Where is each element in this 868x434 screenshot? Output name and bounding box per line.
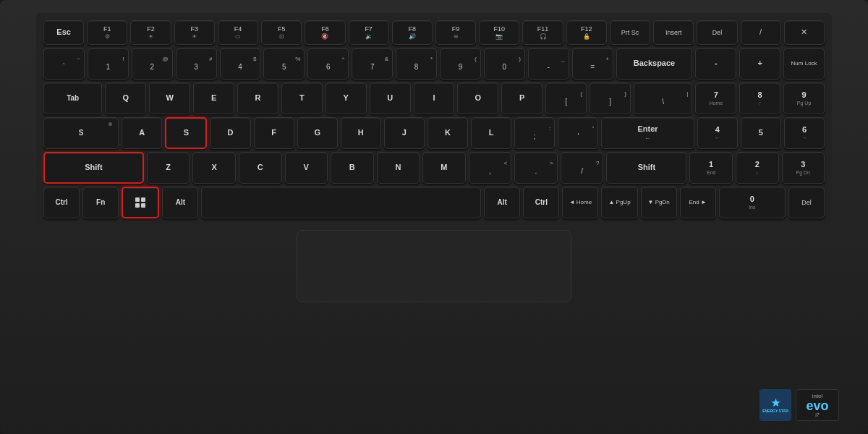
key-u[interactable]: U	[370, 82, 411, 114]
key-home[interactable]: ◄ Home	[562, 187, 598, 218]
key-quote[interactable]: "'	[558, 117, 598, 149]
caps-lock-indicator	[109, 122, 112, 126]
key-ctrl-left[interactable]: Ctrl	[43, 187, 80, 218]
key-numpad-8[interactable]: 8↑	[739, 82, 780, 114]
key-f8[interactable]: F8🔊	[392, 20, 433, 45]
key-ctrl-right[interactable]: Ctrl	[523, 187, 559, 218]
key-z[interactable]: Z	[147, 152, 190, 184]
key-f2[interactable]: F2☀	[130, 20, 171, 45]
key-equals[interactable]: +=	[572, 48, 613, 80]
key-v[interactable]: V	[285, 152, 328, 184]
key-1[interactable]: !1	[88, 48, 129, 80]
key-numpad-1[interactable]: 1End	[689, 152, 733, 184]
key-h[interactable]: H	[341, 117, 381, 149]
key-numpad-3[interactable]: 3Pg Dn	[782, 152, 825, 184]
key-g[interactable]: G	[297, 117, 338, 149]
key-backslash[interactable]: |\	[634, 82, 692, 114]
key-prtsc[interactable]: Prt Sc	[610, 20, 650, 45]
key-f4[interactable]: F4▭	[218, 20, 258, 45]
key-d[interactable]: D	[210, 117, 250, 149]
key-end[interactable]: End ►	[680, 187, 716, 218]
key-p[interactable]: P	[501, 82, 542, 114]
key-b[interactable]: B	[331, 152, 374, 184]
key-numpad-plus[interactable]: +	[739, 48, 780, 80]
key-e[interactable]: E	[193, 82, 234, 114]
key-s[interactable]: S	[165, 117, 207, 149]
key-numpad-0[interactable]: 0Ins	[719, 187, 786, 218]
key-numpad-del[interactable]: Del	[788, 187, 825, 218]
key-numpad-6[interactable]: 6→	[784, 117, 825, 149]
windows-icon	[135, 197, 145, 208]
key-4[interactable]: $4	[220, 48, 261, 80]
key-f9[interactable]: F9≋	[435, 20, 476, 45]
key-capslock[interactable]: S	[43, 117, 119, 149]
key-fn[interactable]: Fn	[82, 187, 119, 218]
touchpad[interactable]	[297, 230, 571, 302]
key-insert[interactable]: Insert	[653, 20, 694, 45]
key-3[interactable]: #3	[176, 48, 217, 80]
key-7[interactable]: &7	[352, 48, 393, 80]
key-numpad-4[interactable]: 4←	[697, 117, 738, 149]
key-period[interactable]: >.	[514, 152, 558, 184]
key-c[interactable]: C	[239, 152, 282, 184]
key-tab[interactable]: Tab	[43, 82, 102, 114]
key-del-fn[interactable]: Del	[697, 20, 737, 45]
key-n[interactable]: N	[377, 152, 420, 184]
key-f3[interactable]: F3☀	[174, 20, 215, 45]
key-x-fn[interactable]: ✕	[784, 20, 825, 45]
key-slash-fn[interactable]: /	[741, 20, 781, 45]
key-lbracket[interactable]: {[	[545, 82, 587, 114]
evo-badge: intel evo i7	[796, 389, 839, 421]
key-5[interactable]: %5	[263, 48, 305, 80]
key-a[interactable]: A	[122, 117, 162, 149]
key-f1[interactable]: F1⚙	[87, 20, 127, 45]
key-minus[interactable]: _-	[528, 48, 569, 80]
key-i[interactable]: I	[414, 82, 455, 114]
key-f5[interactable]: F5⊡	[261, 20, 302, 45]
key-space[interactable]	[201, 187, 481, 218]
key-m[interactable]: M	[422, 152, 466, 184]
key-win[interactable]	[122, 187, 159, 218]
key-enter[interactable]: Enter←	[601, 117, 694, 149]
key-w[interactable]: W	[149, 82, 190, 114]
key-k[interactable]: K	[427, 117, 468, 149]
key-q[interactable]: Q	[105, 82, 146, 114]
key-backspace[interactable]: Backspace	[616, 48, 693, 80]
key-0[interactable]: )0	[484, 48, 525, 80]
key-f6[interactable]: F6🔇	[305, 20, 345, 45]
key-fwdslash[interactable]: ?/	[561, 152, 604, 184]
key-alt-right[interactable]: Alt	[484, 187, 520, 218]
key-alt-left[interactable]: Alt	[162, 187, 198, 218]
key-f7[interactable]: F7🔉	[349, 20, 389, 45]
key-semicolon[interactable]: :;	[514, 117, 555, 149]
key-x[interactable]: X	[192, 152, 236, 184]
key-f11[interactable]: F11🎧	[522, 20, 563, 45]
key-numpad-7[interactable]: 7Home	[695, 82, 736, 114]
key-comma[interactable]: <,	[469, 152, 512, 184]
key-rbracket[interactable]: }]	[590, 82, 631, 114]
key-2[interactable]: @2	[132, 48, 173, 80]
key-pgup[interactable]: ▲ PgUp	[601, 187, 637, 218]
key-numpad-2[interactable]: 2↓	[736, 152, 779, 184]
key-numpad-5[interactable]: 5	[741, 117, 781, 149]
key-8[interactable]: *8	[396, 48, 437, 80]
key-y[interactable]: Y	[326, 82, 367, 114]
key-esc[interactable]: Esc	[43, 20, 84, 45]
key-pgdn[interactable]: ▼ PgDn	[641, 187, 677, 218]
key-j[interactable]: J	[384, 117, 425, 149]
key-l[interactable]: L	[471, 117, 511, 149]
key-numpad-minus[interactable]: -	[695, 48, 736, 80]
key-shift-left[interactable]: Shift	[43, 152, 144, 184]
key-o[interactable]: O	[457, 82, 498, 114]
key-f12[interactable]: F12🔒	[566, 20, 607, 45]
key-6[interactable]: ^6	[307, 48, 349, 80]
key-numlock[interactable]: Num Lock	[783, 48, 825, 80]
key-numpad-9[interactable]: 9Pg Up	[783, 82, 825, 114]
key-shift-right[interactable]: Shift	[606, 152, 686, 184]
key-r[interactable]: R	[237, 82, 278, 114]
key-backtick[interactable]: ~`	[43, 48, 85, 80]
key-t[interactable]: T	[281, 82, 323, 114]
key-f10[interactable]: F10📷	[479, 20, 519, 45]
key-9[interactable]: (9	[440, 48, 481, 80]
key-f[interactable]: F	[254, 117, 294, 149]
